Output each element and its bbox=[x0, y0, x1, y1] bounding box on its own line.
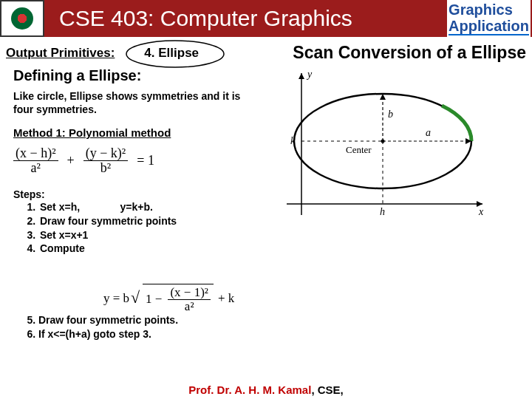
frac1-num: (x − h)² bbox=[13, 146, 58, 161]
steps-label: Steps: bbox=[13, 188, 257, 200]
sqrt-body: 1 − (x − 1)² a² bbox=[143, 284, 214, 313]
tag-line-2: Application bbox=[449, 18, 529, 35]
label-h: h bbox=[380, 206, 385, 217]
label-center: Center bbox=[346, 144, 372, 155]
step-item: Draw four symmetric points bbox=[38, 214, 257, 228]
equation-compute-y: y = b 1 − (x − 1)² a² + k bbox=[103, 284, 234, 313]
label-a: a bbox=[426, 127, 431, 138]
ellipse-diagram: y x a b Center k h bbox=[257, 67, 486, 222]
output-primitives-label: Output Primitives: bbox=[6, 46, 115, 61]
logo bbox=[0, 0, 44, 37]
eq2-num: (x − 1)² bbox=[168, 286, 211, 300]
fraction-1: (x − h)² a² bbox=[13, 146, 58, 175]
eq2-den: a² bbox=[183, 300, 197, 313]
ellipse-number-label: 4. Ellipse bbox=[144, 46, 199, 60]
steps-list: Set x=h, y=k+b. Draw four symmetric poin… bbox=[38, 200, 257, 256]
header-bar: CSE 403: Computer Graphics Graphics Appl… bbox=[0, 0, 532, 37]
label-b: b bbox=[388, 109, 393, 120]
plus-sign: + bbox=[67, 153, 75, 168]
frac2-den: b² bbox=[98, 161, 113, 175]
scan-conversion-title: Scan Conversion of a Ellipse bbox=[293, 43, 526, 63]
defining-heading: Defining a Ellipse: bbox=[13, 67, 257, 84]
equals-one: = 1 bbox=[137, 153, 154, 168]
step-item: Set x=h, y=k+b. bbox=[38, 200, 257, 214]
equation-polynomial: (x − h)² a² + (y − k)² b² = 1 bbox=[13, 146, 257, 175]
frac1-den: a² bbox=[29, 161, 43, 175]
description-text: Like circle, Ellipse shows symmetries an… bbox=[13, 90, 257, 116]
footer-rest: , CSE, bbox=[311, 383, 343, 396]
eq2-tail: + k bbox=[218, 291, 234, 306]
method-heading: Method 1: Polynomial method bbox=[13, 126, 257, 139]
label-k: k bbox=[290, 135, 296, 146]
step-item: Draw four symmetric points. bbox=[38, 313, 257, 327]
frac2-num: (y − k)² bbox=[83, 146, 129, 161]
tag-line-1: Graphics bbox=[449, 1, 529, 18]
svg-marker-4 bbox=[299, 73, 304, 79]
footer: Prof. Dr. A. H. M. Kamal, CSE, bbox=[0, 383, 532, 396]
logo-emblem-icon bbox=[11, 7, 33, 30]
sqrt-icon: 1 − (x − 1)² a² bbox=[134, 284, 214, 313]
eq2-lhs: y = b bbox=[103, 291, 129, 306]
tag-box: Graphics Application bbox=[447, 0, 531, 37]
later-steps-list: Draw four symmetric points. If x<=(h+a) … bbox=[38, 313, 257, 341]
right-column: y x a b Center k h bbox=[257, 67, 525, 341]
fraction-2: (y − k)² b² bbox=[83, 146, 129, 175]
axis-y-label: y bbox=[306, 69, 313, 80]
svg-point-12 bbox=[381, 140, 385, 143]
subheader-row: Output Primitives: 4. Ellipse Scan Conve… bbox=[0, 43, 532, 63]
step-item: Set x=x+1 bbox=[38, 228, 257, 242]
step-item: If x<=(h+a) goto step 3. bbox=[38, 327, 257, 341]
axis-x-label: x bbox=[478, 206, 484, 217]
content-area: Defining a Ellipse: Like circle, Ellipse… bbox=[0, 63, 532, 341]
ellipse-label-wrap: 4. Ellipse bbox=[144, 46, 199, 61]
footer-prof: Prof. Dr. A. H. M. Kamal bbox=[188, 383, 311, 396]
step-item: Compute bbox=[38, 242, 257, 256]
eq2-one: 1 − bbox=[146, 292, 162, 307]
eq2-fraction: (x − 1)² a² bbox=[168, 286, 211, 313]
